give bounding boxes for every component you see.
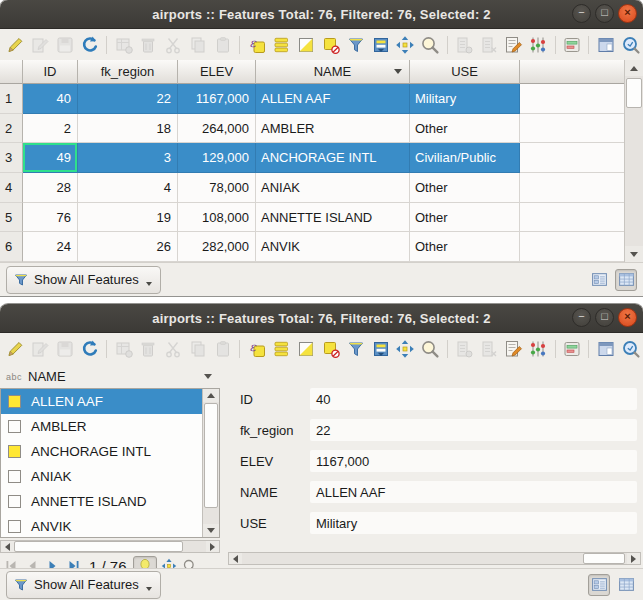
cell-elev[interactable]: 264,000 bbox=[178, 114, 256, 144]
scroll-left-button[interactable] bbox=[229, 553, 242, 564]
invert-selection-button[interactable] bbox=[296, 34, 317, 55]
cell-name[interactable]: ANVIK bbox=[256, 232, 410, 262]
close-button[interactable]: × bbox=[618, 308, 637, 327]
reload-button[interactable] bbox=[79, 34, 100, 55]
pan-to-selection-button[interactable] bbox=[395, 34, 416, 55]
cell-use[interactable]: Other bbox=[410, 203, 520, 233]
search-settings-button[interactable] bbox=[620, 34, 641, 55]
feature-list-scrollbar[interactable] bbox=[202, 389, 219, 537]
table-corner-header[interactable] bbox=[0, 60, 23, 84]
scroll-down-button[interactable] bbox=[625, 246, 643, 262]
column-header-name[interactable]: NAME bbox=[256, 60, 410, 84]
form-view-toggle[interactable] bbox=[588, 269, 610, 291]
scroll-left-button[interactable] bbox=[1, 541, 14, 552]
form-hscrollbar[interactable] bbox=[228, 552, 641, 565]
select-all-button[interactable] bbox=[271, 34, 292, 55]
preview-field-selector[interactable]: abc NAME bbox=[0, 364, 222, 388]
cell-use[interactable]: Military bbox=[410, 84, 520, 114]
minimize-button[interactable]: − bbox=[572, 308, 591, 327]
actions-button[interactable] bbox=[562, 34, 583, 55]
scroll-up-button[interactable] bbox=[625, 60, 643, 76]
cell-use[interactable]: Other bbox=[410, 173, 520, 203]
deselect-all-button[interactable] bbox=[321, 338, 342, 359]
cell-elev[interactable]: 108,000 bbox=[178, 203, 256, 233]
dock-table-button[interactable] bbox=[595, 338, 616, 359]
titlebar[interactable]: airports :: Features Total: 76, Filtered… bbox=[0, 0, 643, 29]
cell-elev[interactable]: 282,000 bbox=[178, 232, 256, 262]
close-button[interactable]: × bbox=[618, 4, 637, 23]
table-row[interactable]: 2218264,000AMBLEROther bbox=[0, 114, 624, 144]
column-header-id[interactable]: ID bbox=[23, 60, 78, 84]
deselect-all-button[interactable] bbox=[321, 34, 342, 55]
cell-fk_region[interactable]: 26 bbox=[78, 232, 178, 262]
column-header-fk_region[interactable]: fk_region bbox=[78, 60, 178, 84]
row-number[interactable]: 1 bbox=[0, 84, 23, 114]
search-settings-button[interactable] bbox=[620, 338, 641, 359]
cell-elev[interactable]: 129,000 bbox=[178, 143, 256, 173]
table-view-toggle[interactable] bbox=[615, 574, 637, 596]
move-selection-top-button[interactable] bbox=[370, 34, 391, 55]
feature-list-item[interactable]: ANVIK bbox=[1, 514, 203, 538]
feature-filter-button[interactable]: Show All Features bbox=[6, 571, 161, 599]
cell-use[interactable]: Other bbox=[410, 114, 520, 144]
cell-name[interactable]: ANIAK bbox=[256, 173, 410, 203]
scrollbar-thumb[interactable] bbox=[626, 78, 642, 108]
scroll-up-button[interactable] bbox=[203, 389, 219, 402]
minimize-button[interactable]: − bbox=[572, 4, 591, 23]
feature-list-item[interactable]: ANCHORAGE INTL bbox=[1, 439, 203, 464]
vertical-scrollbar[interactable] bbox=[624, 60, 643, 262]
cell-name[interactable]: AMBLER bbox=[256, 114, 410, 144]
feature-list-item[interactable]: ANNETTE ISLAND bbox=[1, 489, 203, 514]
cell-elev[interactable]: 78,000 bbox=[178, 173, 256, 203]
filter-select-button[interactable] bbox=[345, 34, 366, 55]
form-view-toggle[interactable] bbox=[588, 574, 610, 596]
table-row[interactable]: 57619108,000ANNETTE ISLANDOther bbox=[0, 203, 624, 233]
column-header-use[interactable]: USE bbox=[410, 60, 520, 84]
cell-id[interactable]: 28 bbox=[23, 173, 78, 203]
move-selection-top-button[interactable] bbox=[370, 338, 391, 359]
actions-button[interactable] bbox=[562, 338, 583, 359]
row-number[interactable]: 5 bbox=[0, 203, 23, 233]
cell-use[interactable]: Civilian/Public bbox=[410, 143, 520, 173]
table-row[interactable]: 3493129,000ANCHORAGE INTLCivilian/Public bbox=[0, 143, 624, 173]
cell-fk_region[interactable]: 22 bbox=[78, 84, 178, 114]
scrollbar-thumb[interactable] bbox=[204, 403, 218, 508]
row-number[interactable]: 3 bbox=[0, 143, 23, 173]
scroll-right-button[interactable] bbox=[206, 541, 219, 552]
field-input-name[interactable]: ALLEN AAF bbox=[310, 481, 637, 503]
scroll-down-button[interactable] bbox=[203, 524, 219, 537]
field-calculator-button[interactable] bbox=[503, 34, 524, 55]
table-row[interactable]: 62426282,000ANVIKOther bbox=[0, 232, 624, 262]
row-number[interactable]: 6 bbox=[0, 232, 23, 262]
row-number[interactable]: 4 bbox=[0, 173, 23, 203]
cell-fk_region[interactable]: 4 bbox=[78, 173, 178, 203]
toggle-editing-button[interactable] bbox=[5, 338, 26, 359]
feature-list-item[interactable]: ALLEN AAF bbox=[1, 389, 203, 414]
cell-id[interactable]: 2 bbox=[23, 114, 78, 144]
cell-elev[interactable]: 1167,000 bbox=[178, 84, 256, 114]
feature-list-item[interactable]: ANIAK bbox=[1, 464, 203, 489]
cell-name[interactable]: ANCHORAGE INTL bbox=[256, 143, 410, 173]
select-by-expression-button[interactable]: ε bbox=[246, 34, 267, 55]
scrollbar-thumb[interactable] bbox=[583, 553, 625, 564]
feature-list-item[interactable]: AMBLER bbox=[1, 414, 203, 439]
zoom-to-selection-button[interactable] bbox=[420, 34, 441, 55]
cell-name[interactable]: ALLEN AAF bbox=[256, 84, 410, 114]
conditional-formatting-button[interactable] bbox=[528, 34, 549, 55]
select-by-expression-button[interactable]: ε bbox=[246, 338, 267, 359]
zoom-to-selection-button[interactable] bbox=[420, 338, 441, 359]
table-row[interactable]: 428478,000ANIAKOther bbox=[0, 173, 624, 203]
table-row[interactable]: 140221167,000ALLEN AAFMilitary bbox=[0, 84, 624, 114]
cell-fk_region[interactable]: 19 bbox=[78, 203, 178, 233]
cell-fk_region[interactable]: 3 bbox=[78, 143, 178, 173]
field-calculator-button[interactable] bbox=[503, 338, 524, 359]
feature-list-hscrollbar[interactable] bbox=[0, 540, 220, 553]
cell-fk_region[interactable]: 18 bbox=[78, 114, 178, 144]
field-input-fk_region[interactable]: 22 bbox=[310, 419, 637, 441]
cell-id[interactable]: 40 bbox=[23, 84, 78, 114]
reload-button[interactable] bbox=[79, 338, 100, 359]
table-view-toggle[interactable] bbox=[615, 269, 637, 291]
filter-select-button[interactable] bbox=[345, 338, 366, 359]
row-number[interactable]: 2 bbox=[0, 114, 23, 144]
toggle-editing-button[interactable] bbox=[5, 34, 26, 55]
